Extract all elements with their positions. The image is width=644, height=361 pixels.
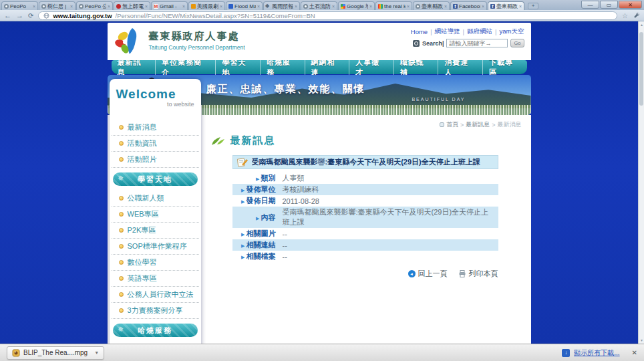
tab-close-icon[interactable]: × [182,4,185,9]
breadcrumb-latest-news[interactable]: 最新訊息 [466,120,490,129]
tab-title: Flood Ma [234,3,256,9]
field-value: 人事類 [279,172,498,184]
tab-close-icon[interactable]: × [220,4,222,9]
sidebar-item-latest-news[interactable]: 最新消息 [112,120,199,136]
nav-latest-news[interactable]: 最新訊息 [112,57,156,78]
tab-close-icon[interactable]: × [482,4,484,9]
downloads-bar-right: ↓ 顯示所有下載... ✕ [562,348,637,358]
nav-recruitment[interactable]: 人事徵才 [349,57,394,78]
back-icon[interactable]: ← [4,12,11,19]
tab-facebook[interactable]: fFacebook× [450,1,487,10]
nav-vacancies[interactable]: 職缺甄補 [394,57,439,78]
minimize-button[interactable]: — [581,1,599,9]
nav-consumer[interactable]: 消費達人 [438,57,483,78]
sidebar-item-neutrality-act[interactable]: 公務人員行政中立法 [112,287,199,303]
section-label: 學習天地 [138,174,172,185]
tab-close-icon[interactable]: × [145,4,148,9]
tab-close-icon[interactable]: × [295,4,297,9]
tab-title: 風雨預報 [272,3,293,10]
sidebar-item-p2k-zone[interactable]: P2K專區 [112,223,199,239]
arrow-icon: ▶ [241,188,245,193]
link-yam[interactable]: yam天空 [500,27,524,36]
nav-hot-services[interactable]: 哈燒服務 [261,57,305,78]
page-title-row: 最新訊息 [210,134,523,147]
tab-flood-map[interactable]: Flood Ma× [226,1,263,10]
leaf-icon [210,135,225,146]
table-row: ▶發佈日期2011-08-28 [232,195,498,207]
link-county-site[interactable]: 縣府網站 [467,27,492,36]
banner-subtitle: BEAUTIFUL DAY [412,97,465,102]
tab-close-icon[interactable]: × [444,4,447,9]
tab-close-icon[interactable]: × [332,4,335,9]
search-icon [413,40,420,47]
field-value: -- [279,228,498,239]
scroll-down-icon[interactable]: ▼ [639,338,644,342]
welcome-title: Welcome [116,87,194,102]
browser-window: PeoPo× 樹仁居 |× PeoPo 公× 無上師電× MGmail -× 美… [0,0,644,361]
bullet-icon [119,157,124,162]
print-page-link[interactable]: 列印本頁 [458,269,498,279]
vertical-scrollbar[interactable]: ▲ ▼ [638,21,644,344]
sidebar-item-new-civil[interactable]: 公職新人類 [112,191,199,207]
sidebar-item-web-zone[interactable]: WEB專區 [112,207,199,223]
nav-unit-intro[interactable]: 單位業務簡介 [156,57,216,78]
tab-supreme-master-tv[interactable]: 無上師電× [114,1,150,10]
tab-gmail[interactable]: MGmail -× [151,1,188,10]
tab-the-real[interactable]: the real k× [375,1,412,10]
close-button[interactable]: ✕ [619,1,642,9]
reload-icon[interactable]: ⟳ [28,12,33,19]
bullet-icon [119,308,124,313]
breadcrumb-home[interactable]: 首頁 [446,120,458,129]
tab-shurenju[interactable]: 樹仁居 |× [39,1,75,10]
bookmark-star-icon[interactable]: ☆ [622,12,628,19]
field-label: 內容 [261,213,276,221]
tab-peopo[interactable]: PeoPo× [1,1,38,10]
sidebar-item-elearning[interactable]: 數位學習 [112,255,199,271]
wrench-menu-icon[interactable] [633,12,640,19]
download-item[interactable]: BLIP_The Rea....mpg ▼ [7,346,104,360]
sidebar-item-sop[interactable]: SOP標準作業程序 [112,239,199,255]
address-bar[interactable]: www.taitung.gov.tw/Personnel/Func/NEW/Mi… [38,11,617,20]
breadcrumb-separator: > [460,122,464,128]
tab-title: Google 地 [347,3,368,10]
nav-downloads[interactable]: 下載專區 [483,57,527,78]
sidebar-item-3power-cases[interactable]: 3力實務案例分享 [112,303,199,319]
nav-learning[interactable]: 學習天地 [216,57,261,78]
close-downloads-bar-icon[interactable]: ✕ [632,349,637,356]
tab-landslide[interactable]: 土石流防× [301,1,337,10]
sidebar-item-regulations[interactable]: 法規專區 [112,342,199,344]
link-home[interactable]: Home [411,28,428,35]
tab-close-icon[interactable]: × [257,4,260,9]
breadcrumb-current: 最新消息 [498,120,522,129]
url-domain: www.taitung.gov.tw [53,12,112,19]
show-all-downloads-link[interactable]: 顯示所有下載... [574,348,619,358]
scrollbar-thumb[interactable] [639,32,643,106]
sidebar-item-english-zone[interactable]: 英語專區 [112,271,199,287]
link-sitemap[interactable]: 網站導覽 [435,27,460,36]
sidebar-item-event-photos[interactable]: 活動照片 [112,152,199,168]
tab-close-icon[interactable]: × [519,4,522,9]
tab-close-icon[interactable]: × [407,4,410,9]
sidebar-item-event-info[interactable]: 活動資訊 [112,136,199,152]
scroll-up-icon[interactable]: ▲ [639,23,644,27]
chevron-down-icon[interactable]: ▼ [94,350,99,355]
tab-taitung-personnel-active[interactable]: f臺東縣政× [488,1,524,10]
tab-news[interactable]: 美國最劇× [188,1,225,10]
search-go-button[interactable]: Go [510,39,524,47]
tab-close-icon[interactable]: × [33,4,35,9]
tab-taitung-gov[interactable]: 臺東縣政× [413,1,450,10]
tab-google-maps[interactable]: Google 地× [338,1,375,10]
tab-close-icon[interactable]: × [369,4,372,9]
field-label: 發佈日期 [247,197,276,205]
search-input[interactable] [446,39,508,47]
tab-close-icon[interactable]: × [70,4,73,9]
tab-close-icon[interactable]: × [108,4,110,9]
new-tab-button[interactable]: + [528,3,538,9]
tab-peopo-public[interactable]: PeoPo 公× [76,1,113,10]
tab-weather-forecast[interactable]: 風雨預報× [263,1,300,10]
site-header: 臺東縣政府人事處 Taitung County Personnel Depart… [108,23,531,60]
maximize-button[interactable]: ▭ [600,1,618,9]
forward-icon[interactable]: → [16,12,23,19]
nav-links[interactable]: 網網相連 [305,57,350,78]
back-to-previous-link[interactable]: ◄回上一頁 [408,269,448,279]
